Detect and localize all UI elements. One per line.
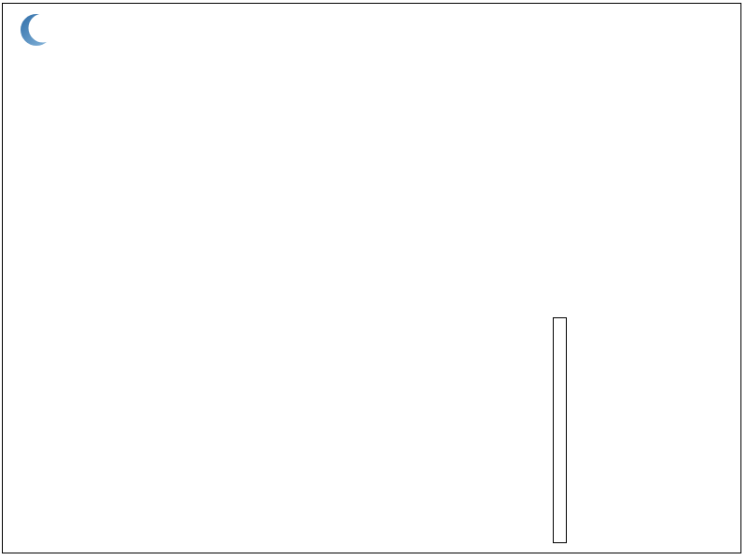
skymap-polar-plot (38, 57, 514, 533)
skymap-window (0, 0, 747, 560)
lowell-digisonde-logo (9, 6, 149, 47)
crescent-moon-icon (17, 9, 60, 50)
doppler-colorbar (553, 317, 567, 543)
station-header (708, 7, 739, 97)
